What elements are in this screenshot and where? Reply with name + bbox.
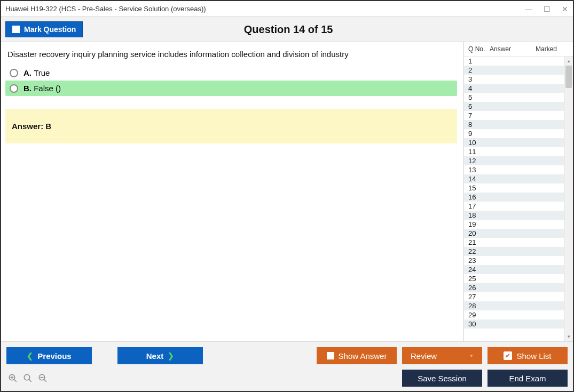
footer: ❮ Previous Next ❯ Show Answer Review ▼ ✔… (1, 341, 573, 391)
zoom-out-icon[interactable] (37, 373, 48, 383)
checkbox-checked-icon: ✔ (504, 351, 512, 360)
zoom-in-icon[interactable] (7, 373, 18, 383)
scroll-down-icon[interactable]: ▾ (564, 332, 573, 341)
list-item[interactable]: 20 (464, 229, 564, 238)
list-item[interactable]: 26 (464, 283, 564, 292)
option-row[interactable]: A. True (5, 65, 457, 81)
body-area: Disaster recovery inquiry planning servi… (1, 42, 573, 341)
list-item[interactable]: 10 (464, 138, 564, 147)
radio-icon[interactable] (10, 69, 18, 77)
title-bar: Huawei H19-322 (HCS - Pre-Sales - Servic… (1, 1, 573, 17)
save-session-label: Save Session (418, 374, 467, 383)
svg-point-4 (24, 374, 30, 380)
footer-row-2: Save Session End Exam (6, 370, 568, 387)
chevron-down-icon: ▼ (469, 354, 474, 358)
scroll-up-icon[interactable]: ▴ (564, 57, 573, 66)
list-item[interactable]: 23 (464, 256, 564, 265)
answer-label: Answer: B (12, 122, 51, 131)
col-qno: Q No. (468, 45, 490, 53)
list-item[interactable]: 7 (464, 111, 564, 120)
list-item[interactable]: 29 (464, 310, 564, 319)
list-item[interactable]: 13 (464, 165, 564, 174)
radio-icon[interactable] (10, 84, 18, 93)
list-item[interactable]: 6 (464, 102, 564, 111)
next-button[interactable]: Next ❯ (117, 347, 203, 364)
save-session-button[interactable]: Save Session (402, 370, 482, 387)
question-text: Disaster recovery inquiry planning servi… (5, 47, 463, 65)
list-item[interactable]: 22 (464, 247, 564, 256)
options-list: A. TrueB. False () (5, 65, 463, 96)
end-exam-button[interactable]: End Exam (487, 370, 568, 387)
header-bar: Mark Question Question 14 of 15 (1, 17, 573, 42)
show-answer-button[interactable]: Show Answer (317, 347, 397, 364)
svg-line-7 (44, 379, 46, 382)
end-exam-label: End Exam (509, 374, 546, 383)
list-item[interactable]: 14 (464, 174, 564, 183)
option-label: A. True (23, 68, 50, 77)
maximize-icon[interactable]: ☐ (543, 5, 551, 13)
list-item[interactable]: 5 (464, 93, 564, 102)
list-item[interactable]: 16 (464, 193, 564, 202)
list-item[interactable]: 24 (464, 265, 564, 274)
list-item[interactable]: 21 (464, 238, 564, 247)
zoom-controls (6, 373, 48, 383)
list-item[interactable]: 12 (464, 156, 564, 165)
list-item[interactable]: 1 (464, 57, 564, 66)
list-item[interactable]: 9 (464, 129, 564, 138)
window-controls: — ☐ ✕ (525, 5, 569, 13)
chevron-right-icon: ❯ (168, 351, 174, 360)
mark-question-button[interactable]: Mark Question (5, 21, 83, 37)
answer-panel: Answer: B (5, 109, 457, 143)
question-list: 1234567891011121314151617181920212223242… (464, 57, 564, 341)
scrollbar[interactable]: ▴ ▾ (564, 57, 573, 341)
next-label: Next (146, 351, 164, 361)
list-item[interactable]: 2 (464, 66, 564, 75)
question-list-header: Q No. Answer Marked (464, 42, 573, 57)
list-item[interactable]: 17 (464, 202, 564, 211)
list-item[interactable]: 8 (464, 120, 564, 129)
checkbox-icon (327, 352, 334, 359)
list-item[interactable]: 4 (464, 84, 564, 93)
question-counter: Question 14 of 15 (83, 23, 494, 36)
question-pane: Disaster recovery inquiry planning servi… (1, 42, 463, 341)
list-item[interactable]: 19 (464, 220, 564, 229)
list-item[interactable]: 3 (464, 75, 564, 84)
previous-button[interactable]: ❮ Previous (6, 347, 92, 364)
question-list-panel: Q No. Answer Marked 12345678910111213141… (463, 42, 573, 341)
previous-label: Previous (37, 351, 71, 361)
chevron-left-icon: ❮ (27, 351, 33, 360)
show-list-label: Show List (516, 351, 551, 361)
minimize-icon[interactable]: — (525, 5, 532, 13)
list-item[interactable]: 30 (464, 319, 564, 329)
mark-question-label: Mark Question (24, 25, 76, 34)
show-list-button[interactable]: ✔ Show List (487, 347, 568, 364)
zoom-reset-icon[interactable] (22, 373, 33, 383)
list-item[interactable]: 27 (464, 292, 564, 301)
close-icon[interactable]: ✕ (561, 5, 569, 13)
review-label: Review (411, 351, 437, 361)
list-item[interactable]: 25 (464, 274, 564, 283)
svg-line-1 (14, 379, 17, 382)
app-window: Huawei H19-322 (HCS - Pre-Sales - Servic… (0, 0, 574, 392)
footer-row-1: ❮ Previous Next ❯ Show Answer Review ▼ ✔… (6, 347, 568, 364)
review-dropdown[interactable]: Review ▼ (402, 347, 482, 364)
list-item[interactable]: 15 (464, 183, 564, 193)
scroll-track[interactable] (564, 66, 573, 332)
window-title: Huawei H19-322 (HCS - Pre-Sales - Servic… (5, 5, 525, 13)
option-label: B. False () (23, 84, 61, 93)
list-item[interactable]: 18 (464, 211, 564, 220)
list-item[interactable]: 11 (464, 147, 564, 156)
question-list-body: 1234567891011121314151617181920212223242… (464, 57, 573, 341)
list-item[interactable]: 28 (464, 301, 564, 310)
show-answer-label: Show Answer (339, 351, 387, 361)
col-answer: Answer (490, 45, 522, 53)
scroll-thumb[interactable] (565, 66, 572, 88)
svg-line-5 (29, 379, 32, 382)
option-row[interactable]: B. False () (5, 81, 457, 96)
col-marked: Marked (522, 45, 571, 53)
checkbox-icon (12, 26, 20, 33)
